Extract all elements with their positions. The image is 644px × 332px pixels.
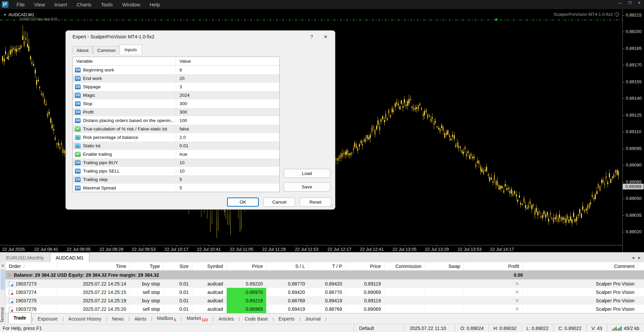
menu-file[interactable]: File [12, 0, 29, 9]
dialog-help-button[interactable]: ? [306, 32, 317, 41]
header-time[interactable]: Time [57, 262, 130, 271]
input-value[interactable]: 2024 [176, 93, 279, 98]
input-row-trailing-pips-buy[interactable]: 123Trailing pips BUY10 [73, 158, 279, 167]
menu-help[interactable]: Help [145, 0, 165, 9]
header-price[interactable]: Price [227, 262, 267, 271]
terminal-tab-mailbox[interactable]: Mailbox5 [152, 314, 180, 324]
input-value[interactable]: true [176, 152, 279, 157]
terminal-tab-exposure[interactable]: Exposure [33, 314, 62, 323]
terminal-tab-news[interactable]: News [108, 314, 128, 323]
close-order-button[interactable]: ✕ [515, 306, 519, 312]
input-row-distans-placing-orders-based-on-the-openin[interactable]: 123Distans placing orders based on the o… [73, 116, 279, 125]
input-value[interactable]: false [176, 126, 279, 131]
chart-tab-eurusd-monthly[interactable]: EURUSD,Monthly [1, 253, 49, 262]
input-row-enable-trailing[interactable]: Enable trailingtrue [73, 150, 279, 158]
buy-stop-order-line-2[interactable] [0, 20, 622, 21]
input-value[interactable]: 10 [176, 169, 279, 174]
input-row-trailing-pips-sell[interactable]: 123Trailing pips SELL10 [73, 167, 279, 175]
terminal-close-icon[interactable]: ✕ [0, 263, 5, 268]
status-profile[interactable]: Default [354, 324, 404, 332]
input-row-true-calculation-of-risk-false-static-lot[interactable]: True-calculation of % risk / False-stati… [73, 125, 279, 133]
order-row[interactable]: 190372732025.07.22 14:25:14buy stop0.01a… [5, 279, 644, 288]
input-value[interactable]: 100 [176, 118, 279, 123]
close-order-button[interactable]: ✕ [515, 281, 519, 287]
input-value[interactable]: 300 [176, 110, 279, 115]
candle-body [435, 121, 436, 123]
header-sl[interactable]: S / L [267, 262, 309, 271]
maximize-window-button[interactable]: ❐ [625, 0, 635, 5]
chart-symbol-label[interactable]: ▼ AUDCAD,M1 [3, 12, 34, 17]
header-profit[interactable]: Profit [464, 262, 523, 271]
terminal-tab-account-history[interactable]: Account History [64, 314, 106, 323]
input-row-profit[interactable]: 123Profit300 [73, 108, 279, 116]
header-symbol[interactable]: Symbol [192, 262, 227, 271]
candle-body [555, 217, 556, 219]
header-close-price[interactable]: Price [346, 262, 385, 271]
ea-smiley-icon[interactable] [615, 12, 619, 17]
menu-window[interactable]: Window [117, 0, 145, 9]
dialog-close-button[interactable]: ✕ [319, 32, 332, 41]
input-value[interactable]: 3 [176, 84, 279, 89]
minimize-window-button[interactable]: — [616, 0, 625, 5]
price-axis[interactable]: 0.892150.892000.891850.891700.891550.891… [622, 9, 644, 252]
time-axis[interactable]: 22 Jul 202522 Jul 08:4122 Jul 09:0522 Ju… [0, 245, 622, 252]
buy-stop-order-line[interactable]: #19037273 buy stop 0.01 [0, 19, 622, 20]
header-type[interactable]: Type [130, 262, 164, 271]
header-comment[interactable]: Comment [523, 262, 638, 271]
terminal-tab-experts[interactable]: Experts [274, 314, 299, 323]
close-order-button[interactable]: ✕ [515, 298, 519, 304]
dialog-tab-about[interactable]: About [72, 46, 93, 54]
ok-button[interactable]: OK [227, 198, 259, 207]
terminal-drag-handle[interactable] [1, 270, 5, 290]
terminal-tab-code-base[interactable]: Code Base [240, 314, 272, 323]
close-window-button[interactable]: ✕ [635, 0, 644, 5]
input-row-slippage[interactable]: 123Slippage3 [73, 83, 279, 91]
header-swap[interactable]: Swap [425, 262, 464, 271]
input-row-end-work[interactable]: 123End work20 [73, 74, 279, 83]
terminal-tab-alerts[interactable]: Alerts [130, 314, 151, 323]
scroll-right-icon[interactable]: ▸ [638, 255, 641, 260]
balance-row[interactable]: Balance: 29 384.32 USD Equity: 29 384.32… [5, 271, 644, 279]
header-tp[interactable]: T / P [309, 262, 346, 271]
dialog-resize-grip[interactable] [330, 204, 333, 208]
input-row-trailing-step[interactable]: 123Trailing step5 [73, 175, 279, 184]
input-value[interactable]: 5 [176, 185, 279, 190]
terminal-tab-trade[interactable]: Trade [8, 312, 31, 324]
input-row-beginning-work[interactable]: 123Beginning work8 [73, 66, 279, 74]
dialog-tab-inputs[interactable]: Inputs [119, 44, 142, 54]
input-row-risk-percentage-of-balance[interactable]: ½Risk percentage of balance2.0 [73, 133, 279, 142]
input-row-stop[interactable]: 123Stop300 [73, 99, 279, 108]
input-value[interactable]: 5 [176, 177, 279, 182]
input-row-maximal-spread[interactable]: 123Maximal Spread5 [73, 184, 279, 192]
menu-charts[interactable]: Charts [72, 0, 96, 9]
order-row[interactable]: 190372762025.07.22 14:25:20sell stop0.01… [5, 305, 644, 313]
scroll-left-icon[interactable]: ◂ [632, 255, 634, 260]
order-row[interactable]: 190372742025.07.22 14:25:15sell stop0.01… [5, 288, 644, 296]
dialog-titlebar[interactable]: Expert - ScalperProVision MT4-1.0-fix2 [66, 31, 335, 43]
input-row-magic[interactable]: 123Magic2024 [73, 91, 279, 99]
input-value[interactable]: 10 [176, 160, 279, 165]
cancel-button[interactable]: Cancel [263, 198, 295, 207]
input-value[interactable]: 20 [176, 76, 279, 81]
terminal-tab-journal[interactable]: Journal [301, 314, 325, 323]
input-value[interactable]: 8 [176, 67, 279, 72]
terminal-tab-market[interactable]: Market122 [182, 314, 212, 324]
input-row-static-lot[interactable]: ½Static lot0.01 [73, 142, 279, 150]
load-button[interactable]: Load [284, 169, 330, 178]
terminal-tab-articles[interactable]: Articles [214, 314, 239, 323]
menu-view[interactable]: View [29, 0, 50, 9]
header-commission[interactable]: Commission [385, 262, 425, 271]
close-order-button[interactable]: ✕ [515, 289, 519, 295]
order-row[interactable]: 190372752025.07.22 14:25:19buy stop0.01a… [5, 296, 644, 305]
chart-tab-audcad-m1[interactable]: AUDCAD,M1 [50, 253, 89, 262]
header-size[interactable]: Size [164, 262, 192, 271]
menu-insert[interactable]: Insert [50, 0, 72, 9]
save-button[interactable]: Save [284, 182, 330, 191]
header-order[interactable]: Order/ [5, 262, 57, 271]
input-value[interactable]: 300 [176, 101, 279, 106]
input-value[interactable]: 0.01 [176, 143, 279, 148]
input-value[interactable]: 2.0 [176, 135, 279, 140]
menu-tools[interactable]: Tools [96, 0, 117, 9]
reset-button[interactable]: Reset [300, 198, 331, 207]
dialog-tab-common[interactable]: Common [93, 46, 120, 54]
